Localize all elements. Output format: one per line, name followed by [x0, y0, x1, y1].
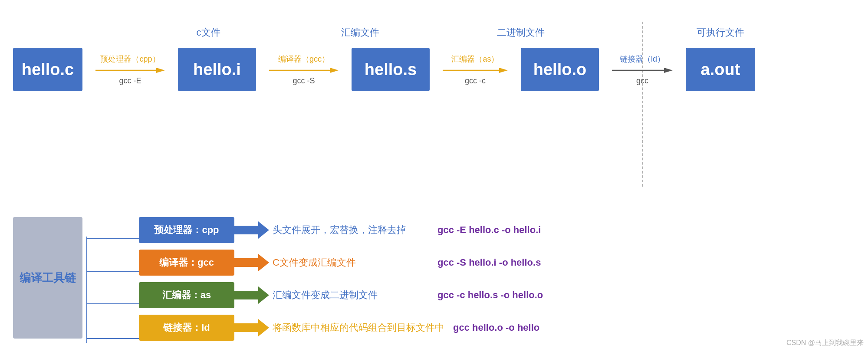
arrow2-bottom-label: gcc -S	[293, 76, 315, 86]
linker-box: 链接器：ld	[139, 315, 234, 341]
svg-marker-13	[234, 221, 269, 239]
file-box-hello-s: hello.s	[352, 48, 430, 91]
arrow1-bottom-label: gcc -E	[119, 76, 141, 86]
arrow2-svg	[269, 65, 339, 76]
file-label-c: c文件	[165, 26, 252, 39]
preprocessor-box: 预处理器：cpp	[139, 217, 234, 243]
svg-marker-14	[234, 254, 269, 271]
file-label-asm: 汇编文件	[312, 26, 408, 39]
compiler-box: 编译器：gcc	[139, 250, 234, 276]
hello-c-label: hello.c	[22, 60, 74, 79]
svg-marker-16	[234, 319, 269, 336]
arrow2-top-label: 编译器（gcc）	[278, 54, 329, 64]
compiler-name: 编译器：gcc	[159, 256, 214, 269]
toolchain-label: 编译工具链	[15, 266, 80, 290]
arrow-block-2: 编译器（gcc） gcc -S	[256, 48, 352, 91]
branch-svg	[82, 221, 139, 352]
toolchain-box: 编译工具链	[13, 217, 82, 339]
linker-arrow	[234, 319, 269, 336]
compiler-arrow	[234, 254, 269, 271]
arrow-block-1: 预处理器（cpp） gcc -E	[82, 48, 178, 91]
linker-description: 将函数库中相应的代码组合到目标文件中	[273, 321, 444, 334]
arrow4-top-label: 链接器（ld）	[620, 54, 665, 64]
tool-row-preprocessor: 预处理器：cpp 头文件展开，宏替换，注释去掉 gcc -E hello.c -…	[139, 217, 541, 243]
arrow1-top-label: 预处理器（cpp）	[100, 54, 160, 64]
linker-command: gcc hello.o -o hello	[453, 322, 539, 333]
preprocessor-description: 头文件展开，宏替换，注释去掉	[273, 224, 429, 237]
hello-s-label: hello.s	[365, 60, 417, 79]
pipeline-row: hello.c 预处理器（cpp） gcc -E hello.i 编译器（gcc…	[13, 43, 755, 95]
arrow3-bottom-label: gcc -c	[465, 76, 486, 86]
arrow3-top-label: 汇编器（as）	[451, 54, 499, 64]
linker-name: 链接器：ld	[163, 321, 210, 334]
preprocessor-command: gcc -E hello.c -o hello.i	[437, 224, 541, 236]
file-box-hello-i: hello.i	[178, 48, 256, 91]
assembler-box: 汇编器：as	[139, 282, 234, 308]
assembler-name: 汇编器：as	[162, 289, 211, 302]
file-label-exec: 可执行文件	[677, 26, 764, 39]
arrow-block-3: 汇编器（as） gcc -c	[430, 48, 521, 91]
file-label-bin: 二进制文件	[469, 26, 573, 39]
arrow3-svg	[443, 65, 508, 76]
assembler-description: 汇编文件变成二进制文件	[273, 289, 429, 302]
arrow4-svg	[612, 65, 673, 76]
preprocessor-name: 预处理器：cpp	[154, 224, 219, 237]
compiler-description: C文件变成汇编文件	[273, 256, 429, 269]
svg-marker-7	[664, 68, 673, 73]
arrow4-bottom-label: gcc	[636, 76, 648, 86]
tool-row-linker: 链接器：ld 将函数库中相应的代码组合到目标文件中 gcc hello.o -o…	[139, 315, 539, 341]
svg-marker-5	[499, 68, 508, 73]
a-out-label: a.out	[701, 60, 740, 79]
watermark: CSDN @马上到我碗里来	[786, 339, 864, 348]
tool-row-assembler: 汇编器：as 汇编文件变成二进制文件 gcc -c hello.s -o hel…	[139, 282, 543, 308]
arrow-block-4: 链接器（ld） gcc	[599, 48, 686, 91]
file-box-a-out: a.out	[686, 48, 755, 91]
arrow1-svg	[95, 65, 165, 76]
hello-o-label: hello.o	[533, 60, 586, 79]
svg-marker-15	[234, 286, 269, 304]
diagram-container: c文件 汇编文件 二进制文件 可执行文件 hello.c 预处理器（cpp） g…	[0, 0, 868, 352]
svg-marker-1	[156, 68, 165, 73]
file-box-hello-o: hello.o	[521, 48, 599, 91]
compiler-command: gcc -S hello.i -o hello.s	[437, 257, 541, 268]
assembler-arrow	[234, 286, 269, 304]
preprocessor-arrow	[234, 221, 269, 239]
assembler-command: gcc -c hello.s -o hello.o	[437, 289, 543, 301]
file-box-hello-c: hello.c	[13, 48, 82, 91]
svg-marker-3	[330, 68, 339, 73]
tool-row-compiler: 编译器：gcc C文件变成汇编文件 gcc -S hello.i -o hell…	[139, 250, 541, 276]
hello-i-label: hello.i	[193, 60, 241, 79]
